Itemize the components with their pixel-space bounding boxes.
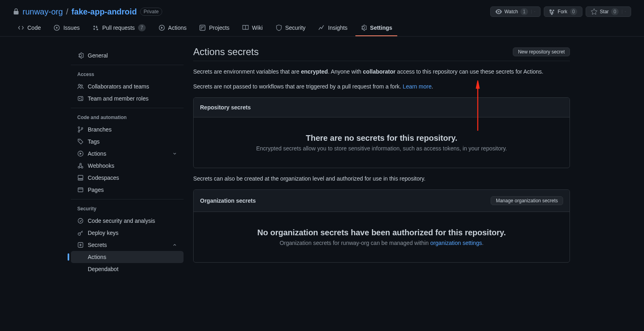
sidebar-code-security[interactable]: Code security and analysis bbox=[71, 215, 184, 227]
tab-pulls[interactable]: Pull requests 7 bbox=[88, 20, 151, 36]
svg-point-11 bbox=[79, 140, 80, 141]
tab-issues[interactable]: Issues bbox=[49, 20, 84, 36]
watch-label: Watch bbox=[504, 9, 518, 14]
repo-secrets-header: Repository secrets bbox=[194, 98, 570, 117]
eye-icon bbox=[495, 8, 502, 15]
chevron-down-icon bbox=[172, 151, 177, 156]
sidebar-team-roles[interactable]: Team and member roles bbox=[71, 93, 184, 105]
key-icon bbox=[77, 230, 84, 236]
book-icon bbox=[242, 25, 249, 31]
caret-down-icon bbox=[622, 10, 626, 14]
badge-icon bbox=[77, 95, 84, 102]
graph-icon bbox=[318, 25, 325, 31]
visibility-badge: Private bbox=[140, 8, 162, 16]
org-link[interactable]: runway-org bbox=[23, 7, 63, 16]
fork-button[interactable]: Fork 0 bbox=[544, 6, 583, 17]
sidebar-secrets-dependabot[interactable]: Dependabot bbox=[71, 263, 184, 275]
watch-button[interactable]: Watch 1 bbox=[490, 6, 540, 17]
repo-nav: Code Issues Pull requests 7 Actions Proj… bbox=[0, 20, 644, 37]
star-count: 0 bbox=[611, 8, 619, 15]
sidebar-tags[interactable]: Tags bbox=[71, 136, 184, 148]
play-icon bbox=[159, 25, 165, 31]
play-icon bbox=[77, 150, 84, 157]
star-button[interactable]: Star 0 bbox=[586, 6, 631, 17]
org-empty-desc: Organization secrets for runway-org can … bbox=[210, 240, 553, 246]
repo-empty-desc: Encrypted secrets allow you to store sen… bbox=[210, 145, 553, 152]
learn-more-link[interactable]: Learn more bbox=[403, 83, 432, 90]
star-icon bbox=[591, 8, 597, 15]
sidebar-header-access: Access bbox=[71, 68, 184, 80]
asterisk-icon bbox=[77, 242, 84, 248]
sidebar-pages[interactable]: Pages bbox=[71, 184, 184, 196]
project-icon bbox=[199, 25, 206, 31]
manage-org-secrets-button[interactable]: Manage organization secrets bbox=[491, 196, 563, 205]
branch-icon bbox=[77, 126, 84, 133]
repo-link[interactable]: fake-app-android bbox=[72, 7, 137, 16]
lock-icon bbox=[13, 8, 19, 15]
codespaces-icon bbox=[77, 175, 84, 181]
svg-point-19 bbox=[78, 218, 83, 223]
svg-rect-18 bbox=[78, 188, 83, 192]
code-icon bbox=[18, 25, 24, 31]
tab-actions[interactable]: Actions bbox=[154, 20, 192, 36]
gear-icon bbox=[360, 25, 367, 31]
separator: / bbox=[66, 7, 68, 16]
svg-rect-6 bbox=[78, 97, 83, 101]
repo-empty-title: There are no secrets for this repository… bbox=[210, 134, 553, 143]
sidebar-general[interactable]: General bbox=[71, 49, 184, 62]
tab-settings[interactable]: Settings bbox=[355, 20, 397, 36]
sidebar-header-automation: Code and automation bbox=[71, 111, 184, 123]
new-secret-button[interactable]: New repository secret bbox=[513, 47, 570, 56]
sidebar-codespaces[interactable]: Codespaces bbox=[71, 172, 184, 184]
people-icon bbox=[77, 83, 84, 90]
tab-code[interactable]: Code bbox=[13, 20, 45, 36]
svg-point-7 bbox=[79, 98, 80, 99]
org-hint: Secrets can also be created at the organ… bbox=[193, 175, 570, 183]
page-title: Actions secrets bbox=[193, 46, 259, 58]
description-2: Secrets are not passed to workflows that… bbox=[193, 82, 570, 91]
svg-point-4 bbox=[78, 84, 80, 86]
org-secrets-header: Organization secrets bbox=[200, 197, 256, 204]
svg-point-8 bbox=[78, 127, 80, 128]
description-1: Secrets are environment variables that a… bbox=[193, 68, 570, 76]
webhook-icon bbox=[77, 162, 84, 169]
fork-label: Fork bbox=[558, 9, 568, 14]
svg-point-14 bbox=[78, 167, 80, 168]
sidebar-actions[interactable]: Actions bbox=[71, 148, 184, 160]
tab-wiki[interactable]: Wiki bbox=[237, 20, 267, 36]
svg-point-9 bbox=[78, 131, 80, 132]
scan-icon bbox=[77, 218, 84, 224]
svg-rect-16 bbox=[78, 175, 83, 179]
svg-point-10 bbox=[81, 127, 83, 129]
sidebar-header-security: Security bbox=[71, 203, 184, 215]
sidebar-branches[interactable]: Branches bbox=[71, 123, 184, 136]
sidebar-collaborators[interactable]: Collaborators and teams bbox=[71, 80, 184, 93]
star-label: Star bbox=[600, 9, 609, 14]
svg-point-1 bbox=[56, 27, 58, 29]
watch-count: 1 bbox=[520, 8, 528, 15]
shield-icon bbox=[276, 25, 282, 31]
pr-icon bbox=[93, 25, 99, 31]
tab-insights[interactable]: Insights bbox=[314, 20, 352, 36]
svg-point-5 bbox=[81, 85, 83, 86]
tab-security[interactable]: Security bbox=[271, 20, 311, 36]
org-settings-link[interactable]: organization settings bbox=[430, 240, 482, 246]
sidebar-webhooks[interactable]: Webhooks bbox=[71, 160, 184, 172]
svg-point-15 bbox=[81, 167, 83, 168]
fork-count: 0 bbox=[570, 8, 578, 15]
pr-count: 7 bbox=[138, 24, 146, 31]
org-empty-title: No organization secrets have been author… bbox=[210, 228, 553, 237]
sidebar-deploy-keys[interactable]: Deploy keys bbox=[71, 227, 184, 239]
sidebar-secrets-actions[interactable]: Actions bbox=[71, 251, 184, 263]
tab-projects[interactable]: Projects bbox=[194, 20, 234, 36]
tag-icon bbox=[77, 138, 84, 145]
fork-icon bbox=[549, 8, 555, 15]
svg-rect-17 bbox=[78, 179, 83, 180]
sidebar-secrets[interactable]: Secrets bbox=[71, 239, 184, 251]
caret-down-icon bbox=[531, 10, 535, 14]
chevron-up-icon bbox=[172, 243, 177, 247]
issue-icon bbox=[54, 25, 60, 31]
browser-icon bbox=[77, 187, 84, 193]
repo-title: runway-org / fake-app-android Private bbox=[13, 7, 162, 16]
gear-icon bbox=[77, 52, 84, 59]
